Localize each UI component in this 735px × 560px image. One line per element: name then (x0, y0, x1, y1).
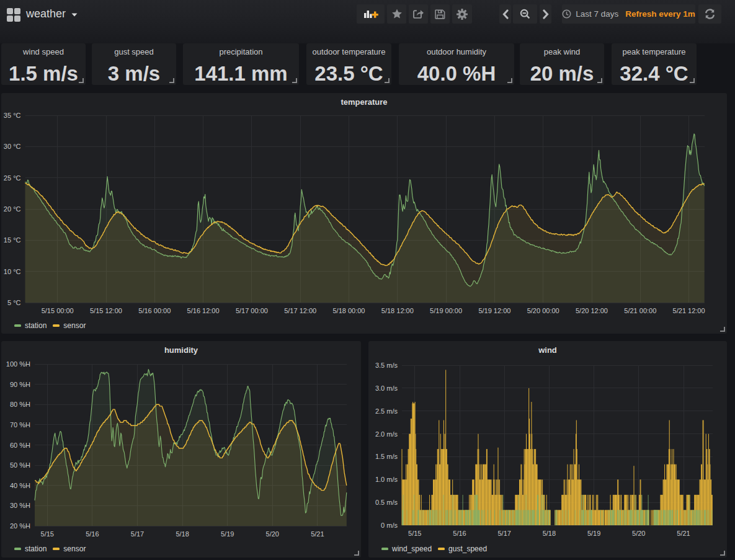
svg-text:5/20 12:00: 5/20 12:00 (576, 307, 608, 314)
svg-text:20 °C: 20 °C (4, 205, 21, 213)
svg-text:60 %H: 60 %H (10, 442, 30, 449)
svg-text:5/18 00:00: 5/18 00:00 (333, 307, 365, 314)
svg-text:50 %H: 50 %H (10, 461, 30, 469)
svg-text:3.5 m/s: 3.5 m/s (375, 362, 398, 369)
svg-text:80 %H: 80 %H (10, 401, 30, 408)
svg-text:5/16 00:00: 5/16 00:00 (138, 307, 171, 314)
svg-text:15 °C: 15 °C (4, 236, 21, 244)
svg-text:5/18: 5/18 (543, 530, 556, 537)
svg-text:5/21 00:00: 5/21 00:00 (624, 307, 656, 314)
svg-text:25 °C: 25 °C (4, 174, 21, 182)
svg-text:5/17 00:00: 5/17 00:00 (236, 307, 268, 314)
svg-text:100 %H: 100 %H (6, 360, 30, 368)
svg-text:5/21 12:00: 5/21 12:00 (673, 307, 705, 314)
svg-text:5/15 12:00: 5/15 12:00 (90, 307, 122, 314)
svg-text:5/15: 5/15 (41, 530, 54, 538)
svg-text:70 %H: 70 %H (10, 421, 30, 429)
svg-text:5/21: 5/21 (311, 530, 324, 538)
svg-text:20 %H: 20 %H (10, 522, 30, 530)
svg-text:5/15 00:00: 5/15 00:00 (42, 307, 74, 314)
svg-text:2.0 m/s: 2.0 m/s (375, 430, 398, 438)
svg-text:40 %H: 40 %H (10, 482, 30, 489)
svg-text:5/21: 5/21 (677, 530, 690, 537)
svg-text:5/20: 5/20 (632, 530, 645, 537)
svg-text:5/20: 5/20 (266, 530, 279, 538)
svg-text:0.5 m/s: 0.5 m/s (375, 499, 398, 506)
svg-text:5/16: 5/16 (86, 530, 99, 538)
svg-text:5/16: 5/16 (453, 530, 466, 537)
svg-text:0 m/s: 0 m/s (381, 522, 398, 529)
svg-text:5/17: 5/17 (497, 530, 510, 537)
svg-text:3.0 m/s: 3.0 m/s (375, 384, 398, 392)
svg-text:30 °C: 30 °C (4, 143, 21, 150)
svg-text:5/17 12:00: 5/17 12:00 (284, 307, 316, 314)
svg-text:5/18: 5/18 (176, 530, 189, 538)
svg-text:5/17: 5/17 (131, 530, 144, 538)
svg-text:35 °C: 35 °C (4, 112, 21, 119)
svg-text:1.0 m/s: 1.0 m/s (375, 476, 398, 483)
svg-text:1.5 m/s: 1.5 m/s (375, 453, 398, 460)
svg-text:5/19 00:00: 5/19 00:00 (430, 307, 462, 314)
svg-text:5/16 12:00: 5/16 12:00 (187, 307, 220, 314)
svg-text:5/19 12:00: 5/19 12:00 (478, 307, 510, 314)
svg-text:10 °C: 10 °C (4, 268, 21, 275)
svg-text:5/19: 5/19 (587, 530, 600, 537)
svg-text:5/18 12:00: 5/18 12:00 (381, 307, 414, 314)
svg-text:5/20 00:00: 5/20 00:00 (527, 307, 559, 314)
svg-text:5 °C: 5 °C (7, 299, 21, 306)
svg-text:2.5 m/s: 2.5 m/s (375, 407, 398, 415)
svg-text:5/15: 5/15 (408, 530, 421, 537)
svg-text:30 %H: 30 %H (10, 502, 30, 509)
svg-text:5/19: 5/19 (221, 530, 234, 538)
svg-text:90 %H: 90 %H (10, 381, 30, 388)
